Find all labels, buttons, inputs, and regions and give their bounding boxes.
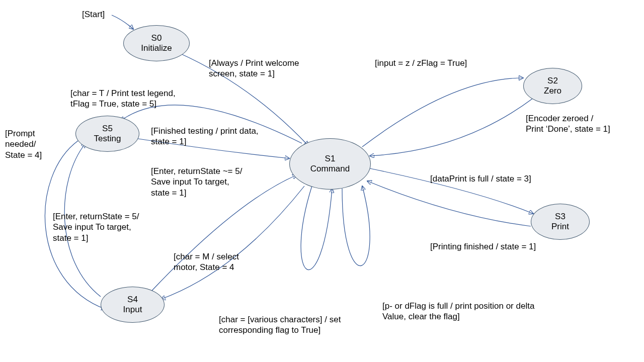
label-s1-self-flag: [p- or dFlag is full / print position or…: [382, 301, 534, 322]
state-id: S3: [555, 212, 566, 222]
label-s1-s5: [char = T / Print test legend, tFlag = T…: [70, 88, 176, 110]
edge-s1-self-flag: [342, 186, 370, 266]
label-s4-s1-not5: [Enter, returnState ~= 5/ Save input To …: [151, 166, 242, 198]
state-id: S5: [102, 124, 113, 134]
label-s1-self-char: [char = [various characters] / set corre…: [219, 314, 341, 336]
state-s0-initialize: S0 Initialize: [123, 25, 190, 61]
state-s5-testing: S5 Testing: [75, 116, 139, 152]
label-s3-s1: [Printing finished / state = 1]: [430, 241, 536, 252]
label-s1-s2: [input = z / zFlag = True]: [375, 58, 467, 68]
label-s5-s1: [Finished testing / print data, state = …: [151, 126, 259, 147]
state-s2-zero: S2 Zero: [523, 68, 582, 104]
label-s1-s4-motor: [char = M / select motor, State = 4: [174, 251, 239, 273]
edge-start-s0: [112, 15, 133, 29]
label-s2-s1: [Encoder zeroed / Print ‘Done’, state = …: [526, 113, 610, 135]
state-name: Command: [310, 164, 350, 174]
state-id: S1: [325, 154, 336, 164]
state-id: S4: [127, 295, 138, 305]
state-id: S0: [151, 33, 162, 43]
state-name: Initialize: [141, 43, 172, 53]
label-s5-s4-prompt: [Prompt needed/ State = 4]: [5, 128, 42, 160]
edge-s2-s1: [370, 98, 533, 156]
label-s1-s3: [dataPrint is full / state = 3]: [430, 173, 531, 184]
state-s3-print: S3 Print: [531, 204, 590, 240]
state-name: Input: [123, 305, 142, 315]
label-start: [Start]: [82, 9, 105, 20]
state-name: Testing: [94, 134, 121, 144]
state-s1-command: S1 Command: [289, 138, 371, 190]
state-name: Zero: [544, 86, 561, 96]
state-s4-input: S4 Input: [101, 287, 165, 323]
label-s0-s1: [Always / Print welcome screen, state = …: [209, 58, 299, 79]
edge-s1-s2: [362, 78, 523, 147]
label-s4-s5-eq5: [Enter, returnState = 5/ Save input To t…: [53, 211, 139, 243]
edge-s1-s4: [161, 186, 304, 299]
edge-s3-s1: [367, 181, 531, 226]
state-name: Print: [551, 222, 569, 232]
edge-s1-self-char: [301, 186, 332, 270]
state-id: S2: [547, 76, 558, 86]
